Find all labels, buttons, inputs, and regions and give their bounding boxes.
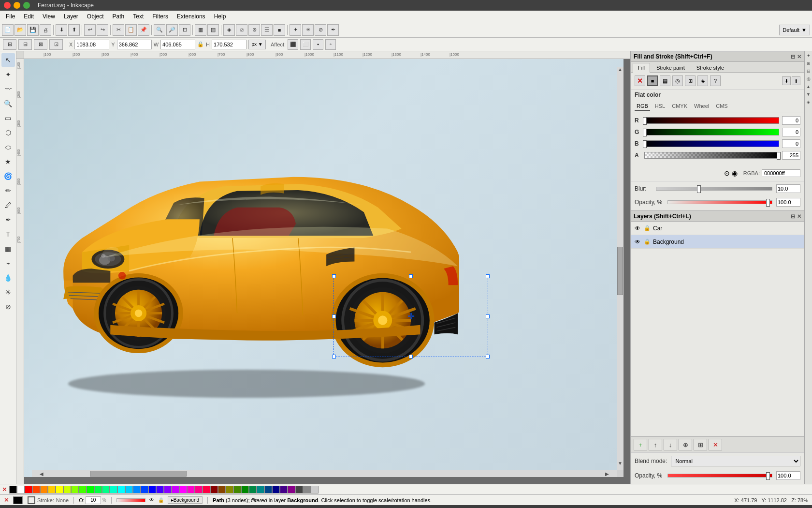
layer-dup-btn[interactable]: ⊕ bbox=[679, 439, 692, 450]
tb-group[interactable]: ▦ bbox=[195, 24, 206, 36]
menu-file[interactable]: File bbox=[2, 12, 19, 21]
canvas[interactable]: ✛ ◀ ▶ ▲ ▼ bbox=[24, 59, 624, 477]
layer-car-lock[interactable]: 🔒 bbox=[643, 225, 651, 231]
pal-color-navy[interactable] bbox=[272, 486, 280, 493]
g-value[interactable] bbox=[782, 128, 800, 136]
pal-color-dark-green[interactable] bbox=[241, 486, 249, 493]
layer-add-btn[interactable]: + bbox=[634, 439, 647, 450]
pal-color-yellow[interactable] bbox=[56, 486, 63, 493]
tb-cut[interactable]: ✂ bbox=[113, 24, 124, 36]
status-fill-swatch[interactable] bbox=[13, 496, 23, 504]
layer-bg-eye[interactable]: 👁 bbox=[634, 239, 641, 245]
color-tab-rgb[interactable]: RGB bbox=[635, 102, 650, 111]
vscroll[interactable]: ▲ ▼ bbox=[617, 67, 624, 470]
eyedropper-icon[interactable]: ⊙ bbox=[724, 169, 730, 177]
color-wheel-icon[interactable]: ◉ bbox=[732, 169, 738, 177]
pal-color-teal[interactable] bbox=[257, 486, 264, 493]
edge-node-btn[interactable]: ◈ bbox=[805, 100, 812, 106]
slider-b-thumb[interactable] bbox=[643, 140, 647, 148]
tb-snap[interactable]: ✦ bbox=[290, 24, 301, 36]
fill-pattern-btn[interactable]: ⊞ bbox=[685, 75, 696, 86]
tool-3d[interactable]: ⬡ bbox=[1, 126, 15, 139]
menu-view[interactable]: View bbox=[39, 12, 59, 21]
tb-undo[interactable]: ↩ bbox=[84, 24, 96, 36]
close-btn[interactable] bbox=[4, 2, 11, 9]
color-tab-wheel[interactable]: Wheel bbox=[692, 102, 711, 111]
affect-btn-1[interactable]: ⬛ bbox=[288, 39, 298, 50]
status-layer-btn[interactable]: ▸Background bbox=[168, 496, 203, 504]
tb-zoom-fit[interactable]: ⊡ bbox=[179, 24, 190, 36]
tb-erase[interactable]: ⊘ bbox=[315, 24, 326, 36]
palette-close-icon[interactable]: ✕ bbox=[2, 486, 7, 493]
pal-color-gray[interactable] bbox=[303, 486, 311, 493]
panel-close-icon[interactable]: ✕ bbox=[797, 54, 801, 60]
layer-raise-btn[interactable]: ↑ bbox=[649, 439, 662, 450]
fill-stroke-header[interactable]: Fill and Stroke (Shift+Ctrl+F) ⊟ ✕ bbox=[631, 51, 804, 62]
color-tab-hsl[interactable]: HSL bbox=[653, 102, 667, 111]
rgba-input[interactable] bbox=[762, 169, 800, 177]
layer-car-eye[interactable]: 👁 bbox=[634, 225, 641, 232]
pal-color-yellow-green[interactable] bbox=[63, 486, 71, 493]
tb-snap-node[interactable]: ⊠ bbox=[34, 39, 47, 50]
pal-color-lime[interactable] bbox=[71, 486, 79, 493]
tb-redo[interactable]: ↪ bbox=[97, 24, 108, 36]
blur-thumb[interactable] bbox=[697, 185, 701, 193]
opacity-thumb[interactable] bbox=[766, 199, 770, 207]
pal-color-violet[interactable] bbox=[164, 486, 172, 493]
tool-zoom[interactable]: 🔍 bbox=[1, 97, 15, 110]
opacity-slider[interactable] bbox=[667, 200, 772, 204]
pal-color-dark-gray[interactable] bbox=[295, 486, 303, 493]
tb-paste[interactable]: 📌 bbox=[138, 24, 149, 36]
canvas-wrap[interactable]: |100 |200 |300 |400 |500 |600 |700 |800 … bbox=[16, 51, 630, 484]
slider-r-thumb[interactable] bbox=[643, 117, 647, 125]
tb-align[interactable]: ⧄ bbox=[236, 24, 247, 36]
minimize-btn[interactable] bbox=[14, 2, 20, 9]
menu-object[interactable]: Object bbox=[83, 12, 108, 21]
tool-rect[interactable]: ▭ bbox=[1, 111, 15, 125]
edge-arrow-up-btn[interactable]: ▲ bbox=[805, 84, 812, 91]
edge-snap-btn[interactable]: ✦ bbox=[805, 53, 812, 60]
tool-pen[interactable]: 🖊 bbox=[1, 198, 15, 212]
affect-btn-2[interactable]: ⬜ bbox=[300, 39, 311, 50]
tb-snap-more[interactable]: ⊡ bbox=[49, 39, 63, 50]
vscroll-thumb[interactable] bbox=[617, 247, 623, 295]
tb-ungroup[interactable]: ▤ bbox=[207, 24, 219, 36]
status-close-icon[interactable]: ✕ bbox=[4, 496, 9, 504]
tb-import[interactable]: ⬇ bbox=[56, 24, 67, 36]
tool-select[interactable]: ↖ bbox=[1, 53, 15, 67]
tb-snap-grid[interactable]: ⊞ bbox=[3, 39, 16, 50]
pal-color-forest[interactable] bbox=[249, 486, 257, 493]
tb-open[interactable]: 📂 bbox=[14, 24, 26, 36]
pal-color-white[interactable] bbox=[17, 486, 25, 493]
pal-color-green[interactable] bbox=[87, 486, 94, 493]
pal-color-rose[interactable] bbox=[195, 486, 203, 493]
menu-help[interactable]: Help bbox=[210, 12, 230, 21]
hscroll-thumb[interactable] bbox=[90, 471, 187, 477]
tb-transform[interactable]: ⊗ bbox=[248, 24, 260, 36]
tb-new[interactable]: 📄 bbox=[2, 24, 14, 36]
tb-zoom-in[interactable]: 🔎 bbox=[166, 24, 178, 36]
hscroll-right[interactable]: ▶ bbox=[597, 471, 617, 477]
h-input[interactable] bbox=[212, 40, 246, 49]
fill-unset-btn[interactable]: ? bbox=[710, 75, 721, 86]
pal-color-spring[interactable] bbox=[94, 486, 102, 493]
tb-node[interactable]: ◈ bbox=[223, 24, 235, 36]
tool-text[interactable]: T bbox=[1, 227, 15, 241]
a-value[interactable] bbox=[782, 151, 800, 160]
layer-background[interactable]: 👁 🔒 Background bbox=[631, 235, 804, 249]
blur-slider[interactable] bbox=[656, 187, 772, 191]
vscroll-down[interactable]: ▼ bbox=[618, 461, 623, 470]
x-input[interactable] bbox=[74, 40, 109, 49]
pal-color-blue[interactable] bbox=[148, 486, 156, 493]
slider-b[interactable] bbox=[644, 140, 779, 147]
pal-color-mint[interactable] bbox=[102, 486, 110, 493]
edge-zoom-btn[interactable]: ◎ bbox=[805, 76, 812, 83]
fill-paste-btn[interactable]: ⬆ bbox=[792, 76, 800, 85]
pal-color-indigo[interactable] bbox=[280, 486, 288, 493]
pal-color-crimson[interactable] bbox=[203, 486, 210, 493]
fill-flat-btn[interactable]: ■ bbox=[647, 75, 658, 86]
tool-eraser[interactable]: ⊘ bbox=[1, 300, 15, 314]
unit-dropdown[interactable]: px ▼ bbox=[248, 40, 266, 49]
tool-spray[interactable]: ✳ bbox=[1, 285, 15, 299]
lock-aspect-icon[interactable]: 🔒 bbox=[197, 41, 204, 47]
